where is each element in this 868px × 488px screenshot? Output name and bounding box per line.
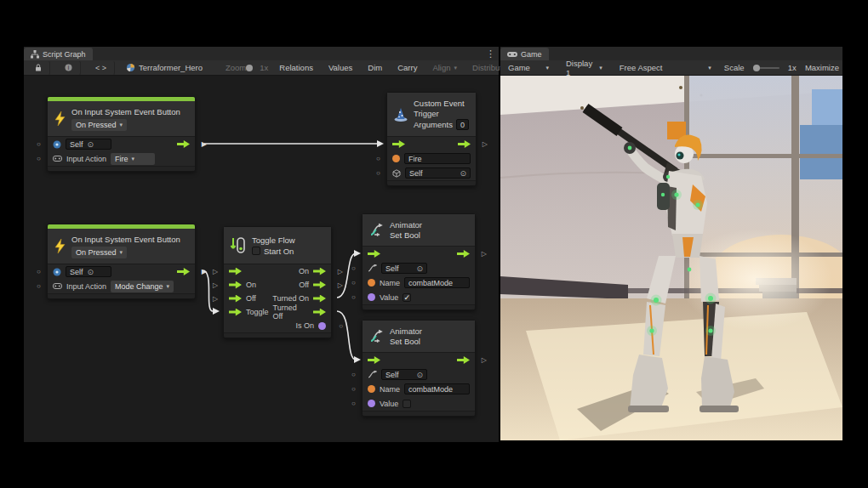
scale-slider[interactable]: [753, 67, 779, 69]
carry-button[interactable]: Carry: [393, 61, 421, 75]
port-arg-in[interactable]: [376, 155, 380, 162]
zoom-slider-knob[interactable]: [246, 65, 253, 71]
port-flow-in[interactable]: [213, 268, 218, 275]
self-field[interactable]: Self: [66, 266, 111, 277]
graph-canvas[interactable]: On Input System Event Button On Pressed …: [24, 76, 499, 442]
tab-script-graph[interactable]: Script Graph: [24, 48, 93, 60]
graph-asset-button[interactable]: Terraformer_Hero: [122, 61, 207, 75]
scale-slider-knob[interactable]: [753, 65, 760, 71]
self-field[interactable]: Self: [405, 167, 471, 179]
relations-button[interactable]: Relations: [275, 61, 317, 75]
port-self-in[interactable]: [376, 169, 380, 177]
value-checkbox[interactable]: [403, 400, 411, 408]
graph-asset-label: Terraformer_Hero: [139, 63, 203, 72]
port-on-in[interactable]: [213, 281, 218, 289]
name-field[interactable]: combatMode: [404, 277, 470, 288]
self-type-icon: [53, 268, 61, 276]
self-field[interactable]: Self: [66, 139, 111, 150]
name-field[interactable]: combatMode: [404, 383, 470, 394]
wire-turnedoff-to-setbool-b: [337, 311, 356, 360]
start-on-label: Start On: [264, 247, 294, 256]
value-checkbox[interactable]: ✓: [403, 293, 411, 302]
port-flow-out[interactable]: [202, 268, 207, 275]
object-picker-icon[interactable]: [88, 268, 94, 276]
lock-icon[interactable]: [27, 61, 50, 75]
node-on-input-event-mode[interactable]: On Input System Event Button On Pressed …: [47, 224, 196, 299]
port-name-in[interactable]: [351, 385, 356, 393]
node-set-bool-a[interactable]: Animator Set Bool Self Nam: [362, 213, 476, 310]
port-action-in[interactable]: [37, 155, 41, 162]
object-picker-icon[interactable]: [416, 264, 423, 273]
maximize-button[interactable]: Maximize: [805, 63, 839, 72]
event-name-field[interactable]: Fire: [404, 153, 471, 164]
flow-out-arrow: [313, 268, 326, 275]
animator-icon: [368, 222, 385, 238]
animator-icon: [368, 328, 385, 344]
action-value-dropdown[interactable]: Fire: [111, 153, 155, 165]
port-on-out[interactable]: [338, 268, 343, 275]
self-field[interactable]: Self: [381, 263, 427, 274]
tab-label: Script Graph: [43, 50, 86, 59]
self-type-icon: [53, 140, 61, 149]
port-self-in[interactable]: [351, 264, 356, 272]
flow-out-arrow: [457, 356, 470, 364]
node-category: Animator: [390, 220, 422, 230]
name-label: Name: [380, 385, 400, 394]
in-port-label: On: [246, 281, 256, 289]
port-flow-out[interactable]: [483, 140, 488, 148]
action-value-dropdown[interactable]: Mode Change: [111, 281, 174, 292]
animator-type-icon: [368, 371, 377, 378]
port-value-in[interactable]: [351, 400, 356, 407]
port-flow-out[interactable]: [202, 140, 207, 148]
port-flow-out[interactable]: [482, 250, 487, 258]
lightning-icon: [54, 111, 66, 126]
flow-out-arrow: [313, 309, 326, 316]
port-ison-out[interactable]: [339, 322, 343, 330]
game-mode-dropdown[interactable]: Game: [504, 61, 553, 75]
aspect-dropdown[interactable]: Free Aspect: [615, 61, 716, 75]
wire-arrowhead: [354, 250, 361, 257]
port-value-in[interactable]: [351, 293, 356, 301]
node-on-input-event-fire[interactable]: On Input System Event Button On Pressed …: [47, 96, 196, 172]
flow-in-arrow: [229, 281, 242, 289]
port-self-in[interactable]: [37, 140, 41, 148]
port-self-in[interactable]: [351, 371, 356, 378]
align-dropdown[interactable]: Align: [428, 61, 461, 75]
object-picker-icon[interactable]: [460, 169, 466, 178]
dim-button[interactable]: Dim: [363, 61, 386, 75]
event-mode-dropdown[interactable]: On Pressed: [71, 247, 127, 258]
port-flow-out[interactable]: [482, 356, 487, 364]
flow-out-arrow: [313, 295, 326, 303]
event-mode-dropdown[interactable]: On Pressed: [71, 119, 127, 131]
unity-editor-window: Script Graph ⋮ i < > Terraformer_Hero Zo…: [0, 0, 868, 488]
object-picker-icon[interactable]: [88, 140, 94, 149]
port-off-out[interactable]: [338, 281, 343, 289]
display-dropdown[interactable]: Display 1: [562, 61, 607, 75]
node-custom-event-trigger[interactable]: Custom Event Trigger Arguments 0: [386, 92, 477, 186]
game-tabbar: Game: [500, 47, 842, 60]
flow-in-arrow: [229, 309, 242, 316]
port-self-in[interactable]: [37, 268, 41, 275]
arguments-field[interactable]: 0: [456, 119, 469, 130]
flow-out-arrow: [458, 140, 471, 148]
animator-type-icon: [368, 264, 377, 272]
kebab-menu-icon[interactable]: ⋮: [486, 48, 495, 60]
info-icon[interactable]: i: [57, 61, 81, 75]
game-viewport[interactable]: [500, 76, 842, 440]
flow-in-arrow: [229, 295, 242, 303]
node-set-bool-b[interactable]: Animator Set Bool Self Nam: [362, 320, 476, 417]
sky-pane: [800, 125, 842, 179]
values-button[interactable]: Values: [324, 61, 357, 75]
object-picker-icon[interactable]: [416, 371, 423, 379]
port-off-in[interactable]: [213, 295, 218, 303]
node-title: Custom Event: [414, 99, 469, 108]
start-on-checkbox[interactable]: [252, 247, 260, 255]
self-field[interactable]: Self: [381, 369, 427, 380]
wire-arrowhead: [377, 140, 384, 147]
node-toggle-flow[interactable]: Toggle Flow Start On On: [223, 226, 332, 338]
code-icon[interactable]: < >: [88, 61, 115, 75]
port-action-in[interactable]: [37, 282, 41, 290]
input-action-icon: [53, 282, 62, 290]
tab-game[interactable]: Game: [500, 48, 549, 60]
port-name-in[interactable]: [351, 279, 356, 287]
